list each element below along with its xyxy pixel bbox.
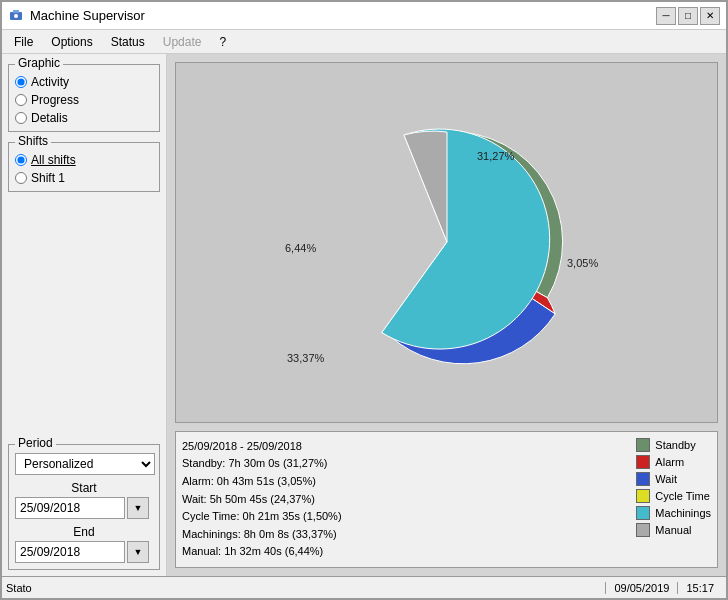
start-date-picker-button[interactable]: ▼ (127, 497, 149, 519)
legend-label-manual: Manual (655, 524, 691, 536)
legend-color-manual (636, 523, 650, 537)
legend-color-alarm (636, 455, 650, 469)
radio-all-shifts[interactable]: All shifts (15, 153, 153, 167)
info-text: 25/09/2018 - 25/09/2018 Standby: 7h 30m … (182, 438, 626, 561)
main-area: Graphic Activity Progress Detalis (2, 54, 726, 576)
radio-progress-label: Progress (31, 93, 79, 107)
label-alarm: 3,05% (567, 257, 598, 269)
radio-shift1-input[interactable] (15, 172, 27, 184)
legend-label-wait: Wait (655, 473, 677, 485)
radio-detalis-input[interactable] (15, 112, 27, 124)
start-date-field: ▼ (15, 497, 153, 519)
end-date-input[interactable] (15, 541, 125, 563)
menu-file[interactable]: File (6, 33, 41, 51)
sidebar: Graphic Activity Progress Detalis (2, 54, 167, 576)
shifts-group: Shifts All shifts Shift 1 (8, 142, 160, 192)
radio-progress-input[interactable] (15, 94, 27, 106)
legend-color-standby (636, 438, 650, 452)
close-button[interactable]: ✕ (700, 7, 720, 25)
maximize-button[interactable]: □ (678, 7, 698, 25)
content-area: 31,27% 3,05% 24,37% 1,50% 33,37% 6,44% 2… (167, 54, 726, 576)
legend-label-machinings: Machinings (655, 507, 711, 519)
label-machinings: 33,37% (287, 352, 325, 364)
app-icon (8, 8, 24, 24)
radio-shift1[interactable]: Shift 1 (15, 171, 153, 185)
radio-progress[interactable]: Progress (15, 93, 153, 107)
start-label: Start (15, 481, 153, 495)
info-panel: 25/09/2018 - 25/09/2018 Standby: 7h 30m … (175, 431, 718, 568)
radio-all-shifts-input[interactable] (15, 154, 27, 166)
title-bar: Machine Supervisor ─ □ ✕ (2, 2, 726, 30)
legend-label-cycletime: Cycle Time (655, 490, 709, 502)
end-date-field: ▼ (15, 541, 153, 563)
menu-status[interactable]: Status (103, 33, 153, 51)
radio-activity-label: Activity (31, 75, 69, 89)
status-bar: Stato 09/05/2019 15:17 (2, 576, 726, 598)
legend-cycletime: Cycle Time (636, 489, 711, 503)
graphic-radio-group: Activity Progress Detalis (15, 73, 153, 125)
shifts-group-title: Shifts (15, 134, 51, 148)
minimize-button[interactable]: ─ (656, 7, 676, 25)
menu-bar: File Options Status Update ? (2, 30, 726, 54)
legend-standby: Standby (636, 438, 711, 452)
legend-color-wait (636, 472, 650, 486)
label-manual: 6,44% (285, 242, 316, 254)
legend-label-alarm: Alarm (655, 456, 684, 468)
radio-all-shifts-label: All shifts (31, 153, 76, 167)
shifts-radio-group: All shifts Shift 1 (15, 151, 153, 185)
radio-shift1-label: Shift 1 (31, 171, 65, 185)
title-bar-left: Machine Supervisor (8, 8, 145, 24)
legend-manual: Manual (636, 523, 711, 537)
label-standby: 31,27% (477, 150, 515, 162)
menu-options[interactable]: Options (43, 33, 100, 51)
pie-chart: 31,27% 3,05% 24,37% 1,50% 33,37% 6,44% (257, 92, 637, 392)
status-stato: Stato (6, 582, 605, 594)
radio-activity-input[interactable] (15, 76, 27, 88)
start-date-input[interactable] (15, 497, 125, 519)
info-line-3: Cycle Time: 0h 21m 35s (1,50%) (182, 508, 626, 526)
svg-point-2 (14, 14, 18, 18)
end-date-picker-button[interactable]: ▼ (127, 541, 149, 563)
date-range: 25/09/2018 - 25/09/2018 (182, 438, 626, 456)
end-label: End (15, 525, 153, 539)
legend-wait: Wait (636, 472, 711, 486)
legend-alarm: Alarm (636, 455, 711, 469)
status-time: 15:17 (677, 582, 722, 594)
menu-help[interactable]: ? (211, 33, 234, 51)
svg-rect-1 (13, 10, 19, 13)
radio-detalis-label: Detalis (31, 111, 68, 125)
period-group: Period Personalized Today Yesterday This… (8, 444, 160, 570)
period-group-title: Period (15, 436, 56, 450)
title-bar-controls: ─ □ ✕ (656, 7, 720, 25)
main-window: Machine Supervisor ─ □ ✕ File Options St… (0, 0, 728, 600)
info-line-1: Alarm: 0h 43m 51s (3,05%) (182, 473, 626, 491)
window-title: Machine Supervisor (30, 8, 145, 23)
status-date: 09/05/2019 (605, 582, 677, 594)
radio-detalis[interactable]: Detalis (15, 111, 153, 125)
legend-label-standby: Standby (655, 439, 695, 451)
info-line-2: Wait: 5h 50m 45s (24,37%) (182, 491, 626, 509)
info-line-5: Manual: 1h 32m 40s (6,44%) (182, 543, 626, 561)
legend-color-machinings (636, 506, 650, 520)
info-line-4: Machinings: 8h 0m 8s (33,37%) (182, 526, 626, 544)
legend-area: Standby Alarm Wait Cycle Time (636, 438, 711, 561)
legend-machinings: Machinings (636, 506, 711, 520)
chart-container: 31,27% 3,05% 24,37% 1,50% 33,37% 6,44% (175, 62, 718, 423)
graphic-group: Graphic Activity Progress Detalis (8, 64, 160, 132)
radio-activity[interactable]: Activity (15, 75, 153, 89)
menu-update: Update (155, 33, 210, 51)
period-select[interactable]: Personalized Today Yesterday This week (15, 453, 155, 475)
graphic-group-title: Graphic (15, 56, 63, 70)
legend-color-cycletime (636, 489, 650, 503)
info-line-0: Standby: 7h 30m 0s (31,27%) (182, 455, 626, 473)
